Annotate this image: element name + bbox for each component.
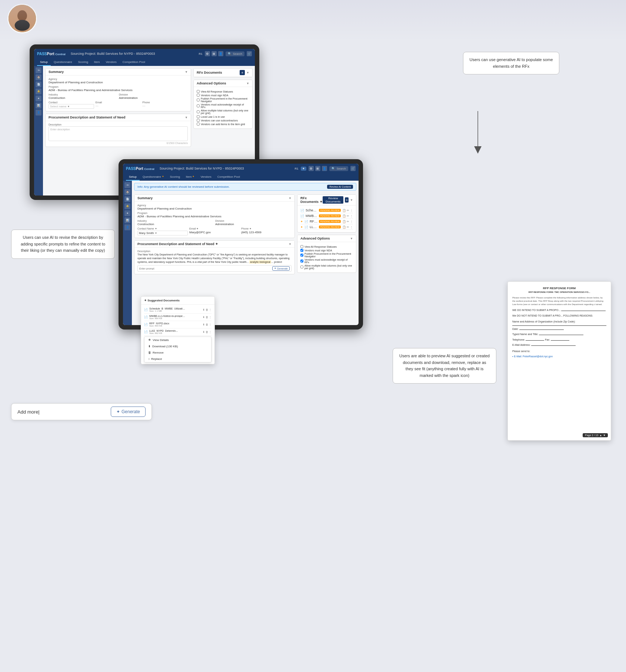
generate-btn-small[interactable]: ✦ Generate [272,266,290,271]
option-3-check[interactable] [197,98,200,101]
cart-icon[interactable]: 🛒 [247,51,252,56]
doc-action-3c[interactable]: ⋮ [350,220,353,223]
tab-competition-pool[interactable]: Competition Pool [120,58,148,66]
sidebar-bell-2[interactable]: 🔔 [124,203,130,209]
file-action-3b[interactable]: 🗑 [206,323,208,326]
sidebar-star-2[interactable]: ★ [124,210,130,216]
opt2-5-check[interactable] [300,265,303,268]
sidebar-expand-2[interactable]: ≫ [124,182,130,188]
sidebar-chart-2[interactable]: 📊 [124,217,130,223]
generate-button[interactable]: ✦ Generate [111,407,146,417]
option-4-check[interactable] [197,104,200,107]
sidebar-bell[interactable]: 🔔 [36,88,41,94]
doc-action-1c[interactable]: ⋮ [350,209,353,212]
file-action-2c[interactable]: ⋮ [209,316,212,319]
prompt-input[interactable] [139,267,271,270]
grid-icon[interactable]: ⊞ [212,51,217,56]
contact-name-field[interactable]: Mary Smith ▼ [137,231,188,235]
doc-action-3b[interactable]: ✏ [347,220,349,223]
sidebar-person[interactable]: 👤 [36,110,41,116]
sidebar-star[interactable]: ★ [36,96,41,101]
page-down-icon[interactable]: ▼ [603,434,606,437]
doc-action-4a[interactable]: 📋 [342,225,346,229]
opt2-2-check[interactable] [300,249,303,252]
file-action-1b[interactable]: 🗑 [206,308,208,311]
menu-download[interactable]: ⬇ Download (130 KB) [144,343,211,350]
description-field[interactable]: Enter description [49,126,188,141]
option-1-check[interactable] [197,90,200,93]
sidebar-expand[interactable]: ≫ [36,67,41,73]
sidebar-docs[interactable]: 📄 [36,81,41,87]
file-action-4a[interactable]: ⬇ [203,331,205,334]
menu-view-details[interactable]: 👁 View Details [144,337,211,343]
tab-vendors[interactable]: Vendors [103,58,119,66]
option-2-check[interactable] [197,94,200,97]
page-up-icon[interactable]: ▲ [599,434,602,437]
grid-icon-2[interactable]: ⊞ [315,166,320,171]
summary-chevron-2[interactable]: ▼ [289,197,292,200]
tab-setup-2[interactable]: Setup [126,173,140,181]
doc-action-3a[interactable]: 📋 [342,220,346,223]
summary-chevron[interactable]: ▼ [185,70,188,74]
tab-competition-pool-2[interactable]: Competition Pool [214,173,243,181]
sidebar-chart[interactable]: 📊 [36,103,41,108]
opt2-4-check[interactable] [300,260,303,263]
file-action-4b[interactable]: 🗑 [206,331,208,334]
settings-icon-2[interactable]: ⚙ [309,166,314,171]
cart-icon-2[interactable]: 🛒 [350,166,356,171]
doc-action-1a[interactable]: 📋 [342,209,346,212]
file-action-1a[interactable]: ⬇ [203,308,205,311]
menu-replace[interactable]: ↕ Replace [144,356,211,362]
advanced-chevron[interactable]: ▼ [246,82,249,85]
doc-action-1b[interactable]: ✏ [347,209,349,212]
contact-select[interactable]: Select name ▼ [49,104,94,109]
option-5-check[interactable] [197,110,200,113]
doc-action-2b[interactable]: ✏ [347,214,349,218]
doc-action-2a[interactable]: 📋 [342,214,346,218]
sidebar-home-2[interactable]: 🏠 [124,189,130,195]
sidebar-person-2[interactable]: 👤 [124,224,130,230]
tab-item[interactable]: Item [91,58,103,66]
opt2-3-check[interactable] [300,254,303,257]
tab-questionnaire[interactable]: Questionnaire [51,58,75,66]
doc-action-4c[interactable]: ⋮ [350,225,353,229]
rfx-chevron[interactable]: ▼ [246,71,249,74]
sidebar-docs-2[interactable]: 📄 [124,196,130,202]
tab-questionnaire-2[interactable]: Questionnaire ✦ [140,173,167,181]
settings-icon[interactable]: ⚙ [205,51,210,56]
add-more-input[interactable] [17,409,108,415]
file-action-2a[interactable]: ⬇ [203,316,205,319]
sidebar-home[interactable]: 🏠 [36,74,41,80]
tab-item-2[interactable]: Item ✦ [183,173,198,181]
doc-action-2c[interactable]: ⋮ [350,214,353,218]
option-7-check[interactable] [197,119,200,122]
file-action-4c[interactable]: ⋮ [209,331,212,334]
file-action-1c[interactable]: ⋮ [209,308,212,311]
tab-setup[interactable]: Setup [37,58,51,66]
advanced-chevron-2[interactable]: ▼ [350,237,353,240]
file-action-3c[interactable]: ⋮ [209,323,212,326]
review-docs-btn[interactable]: Review Documents [323,196,343,204]
rfx-add-btn[interactable]: + [240,70,245,75]
opt2-1-check[interactable] [300,245,303,248]
file-action-3a[interactable]: ⬇ [203,323,205,326]
menu-remove[interactable]: 🗑 Remove [144,350,211,356]
opt2-4: Vendors must acknowledge receipt of RFx [300,258,353,264]
file-action-2b[interactable]: 🗑 [206,316,208,319]
ai-icon-badge[interactable]: ✦ [301,167,306,171]
procurement-chevron-2[interactable]: ▼ [289,243,292,246]
search-bar-2[interactable]: 🔍 Search [329,166,348,171]
option-6-check[interactable] [197,115,200,118]
review-ai-button[interactable]: Review AI Content [327,185,353,189]
tab-scoring[interactable]: Scoring [75,58,91,66]
rfx-add-btn-2[interactable]: + [345,197,349,203]
avatar-icon[interactable]: 👤 [218,51,223,56]
tab-scoring-2[interactable]: Scoring [167,173,183,181]
search-bar[interactable]: 🔍 Search [226,51,244,56]
avatar-icon-2[interactable]: 👤 [322,166,327,171]
option-8-check[interactable] [197,123,200,126]
rfx-chevron-2[interactable]: ▼ [350,198,353,202]
tab-vendors-2[interactable]: Vendors [197,173,214,181]
procurement-chevron[interactable]: ▼ [185,116,188,119]
doc-action-4b[interactable]: ✏ [347,225,349,229]
